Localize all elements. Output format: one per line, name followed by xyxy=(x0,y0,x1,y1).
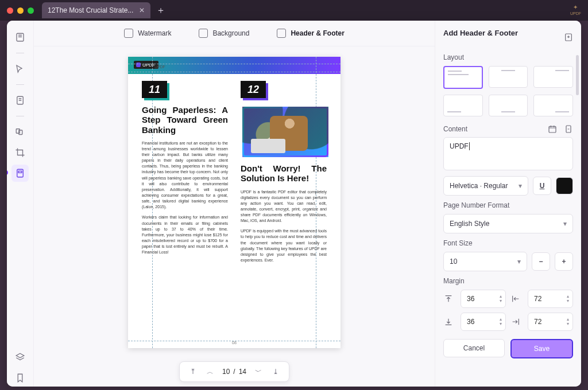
minimize-window-icon[interactable] xyxy=(17,7,24,14)
stepper-down[interactable]: ▾ xyxy=(567,299,569,303)
body-text: UPDF is a fantastic PDF editor that comp… xyxy=(241,189,327,224)
body-text: Workers claim that looking for informati… xyxy=(142,214,228,255)
margin-label: Margin xyxy=(443,277,573,285)
left-toolbar xyxy=(7,21,34,387)
margin-top-icon xyxy=(443,294,454,304)
stepper-down[interactable]: ▾ xyxy=(500,322,502,326)
headerfooter-icon xyxy=(277,29,286,38)
document-viewport[interactable]: UPDF UPDF 11 Going Paperless: A Step Tow… xyxy=(34,46,435,387)
last-page-button[interactable]: ⤓ xyxy=(270,366,281,377)
margin-bottom-icon xyxy=(443,317,454,327)
cancel-button[interactable]: Cancel xyxy=(443,339,505,357)
background-icon xyxy=(199,29,208,38)
page-tools-tabs: Watermark Background Header & Footer xyxy=(34,21,435,46)
crop-tool[interactable] xyxy=(11,144,29,161)
page-footer-number: 08 xyxy=(232,341,237,345)
reader-tool[interactable] xyxy=(11,29,29,46)
window-titlebar: 12The Most Crucial Strate... ✕ ＋ ✦UPDF xyxy=(0,0,588,21)
stepper-down[interactable]: ▾ xyxy=(500,299,502,303)
layout-top-right[interactable] xyxy=(533,66,573,88)
margin-top-input[interactable]: 36▴▾ xyxy=(461,290,506,308)
page-preview: UPDF UPDF 11 Going Paperless: A Step Tow… xyxy=(128,57,341,348)
text-color-swatch[interactable] xyxy=(556,177,573,194)
margin-right-icon xyxy=(510,294,521,304)
layout-bottom-center[interactable] xyxy=(489,95,528,116)
edit-tool[interactable] xyxy=(11,92,29,109)
page-total: 14 xyxy=(239,368,246,376)
first-page-button[interactable]: ⤒ xyxy=(188,366,198,377)
page-column-right: 12 Don't Worry! The Solution Is Here! UP… xyxy=(241,81,327,337)
layout-bottom-left[interactable] xyxy=(443,95,483,116)
comment-tool[interactable] xyxy=(11,60,29,77)
chevron-down-icon: ▾ xyxy=(563,220,567,228)
app-brand-icon: ✦UPDF xyxy=(570,5,581,16)
font-size-select[interactable]: 10 ▾ xyxy=(443,252,527,271)
layout-picker xyxy=(443,66,573,116)
close-tab-icon[interactable]: ✕ xyxy=(139,6,145,14)
body-text: Financial institutions are not an except… xyxy=(142,141,228,210)
insert-page-icon[interactable] xyxy=(564,124,573,134)
layers-tool[interactable] xyxy=(11,349,29,366)
font-select[interactable]: Helvetica · Regular ▾ xyxy=(443,176,528,196)
save-button[interactable]: Save xyxy=(510,339,573,358)
content-input-value: UPDF xyxy=(450,142,469,150)
panel-title: Add Header & Footer xyxy=(443,29,518,37)
page-tools[interactable] xyxy=(11,165,29,182)
window-controls xyxy=(7,7,34,14)
margin-left-value: 72 xyxy=(534,318,541,326)
margin-left-input[interactable]: 72▴▾ xyxy=(528,313,573,331)
svg-rect-4 xyxy=(17,169,24,177)
margin-top-value: 36 xyxy=(467,295,474,303)
page-current[interactable]: 10 xyxy=(222,368,230,376)
body-text: UPDF is equipped with the most advanced … xyxy=(241,228,327,263)
next-page-button[interactable]: ﹀ xyxy=(253,366,264,377)
zoom-window-icon[interactable] xyxy=(28,7,34,14)
chevron-down-icon: ▾ xyxy=(517,258,521,266)
page-column-left: 11 Going Paperless: A Step Toward Green … xyxy=(142,81,228,337)
tab-background[interactable]: Background xyxy=(193,25,255,41)
tab-watermark-label: Watermark xyxy=(138,29,171,37)
new-tab-button[interactable]: ＋ xyxy=(154,3,168,17)
svg-rect-7 xyxy=(549,126,556,132)
document-tab-title: 12The Most Crucial Strate... xyxy=(48,6,133,14)
page-sep: / xyxy=(233,368,235,376)
svg-rect-0 xyxy=(17,33,24,41)
bookmark-tool[interactable] xyxy=(11,369,29,387)
font-size-value: 10 xyxy=(450,258,457,266)
tab-headerfooter-label: Header & Footer xyxy=(291,29,344,37)
stepper-down[interactable]: ▾ xyxy=(567,322,569,326)
close-window-icon[interactable] xyxy=(7,7,13,14)
organize-tool[interactable] xyxy=(11,123,29,141)
margin-right-input[interactable]: 72▴▾ xyxy=(528,290,573,308)
heading-going-paperless: Going Paperless: A Step Toward Green Ban… xyxy=(142,105,228,135)
section-number-11: 11 xyxy=(142,81,167,98)
article-photo xyxy=(241,105,330,159)
insert-date-icon[interactable] xyxy=(548,124,557,134)
underline-toggle[interactable]: U xyxy=(533,177,551,195)
layout-label: Layout xyxy=(443,53,573,61)
page-navigator: ⤒ ︿ 10 / 14 ﹀ ⤓ xyxy=(34,361,435,382)
tab-header-footer[interactable]: Header & Footer xyxy=(271,25,350,41)
watermark-icon xyxy=(124,29,133,38)
page-number-format-select[interactable]: English Style ▾ xyxy=(443,214,573,233)
font-size-decrease[interactable]: − xyxy=(532,252,550,271)
font-size-increase[interactable]: + xyxy=(555,252,573,271)
header-footer-panel: Add Header & Footer Layout Content xyxy=(435,21,581,387)
save-template-icon[interactable] xyxy=(564,33,573,42)
prev-page-button[interactable]: ︿ xyxy=(205,366,215,377)
margin-left-icon xyxy=(510,317,521,327)
tab-watermark[interactable]: Watermark xyxy=(118,25,177,41)
editor-canvas-area: Watermark Background Header & Footer UPD… xyxy=(34,21,435,387)
document-tab[interactable]: 12The Most Crucial Strate... ✕ xyxy=(42,2,150,18)
layout-bottom-right[interactable] xyxy=(533,95,573,116)
layout-top-center[interactable] xyxy=(489,66,528,88)
heading-dont-worry: Don't Worry! The Solution Is Here! xyxy=(241,163,327,184)
content-input[interactable]: UPDF xyxy=(443,137,573,170)
page-number-format-value: English Style xyxy=(450,220,489,228)
page-number-format-label: Page Number Format xyxy=(443,201,573,209)
content-label: Content xyxy=(443,125,467,133)
margin-bottom-input[interactable]: 36▴▾ xyxy=(461,313,506,331)
layout-top-left[interactable] xyxy=(443,66,483,89)
font-size-label: Font Size xyxy=(443,239,573,247)
chevron-down-icon: ▾ xyxy=(519,182,522,190)
